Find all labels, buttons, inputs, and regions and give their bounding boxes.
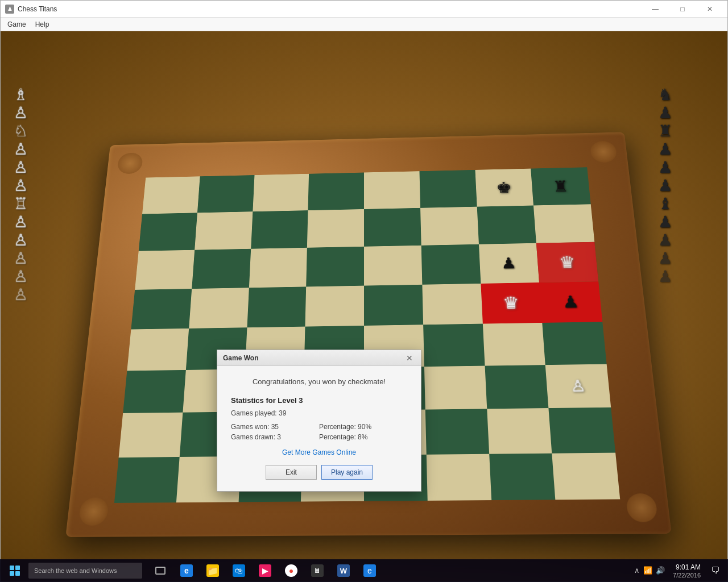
window-title: Chess Titans (18, 5, 642, 13)
cell-g5-highlight: ♛ (481, 282, 543, 324)
stat-row-drawn: Games drawn: 3 Percentage: 8% (231, 433, 407, 441)
dialog-close-button[interactable]: ✕ (404, 352, 415, 364)
cell-h7 (533, 204, 594, 243)
dialog-stats-title: Statistics for Level 3 (231, 396, 407, 405)
clock-time: 9:01 AM (673, 563, 701, 572)
captured-white-6: ♙ (14, 178, 28, 194)
cell-f8 (419, 170, 477, 208)
cell-c6 (249, 248, 307, 288)
win-logo-q3 (10, 571, 14, 576)
get-more-games-link[interactable]: Get More Games Online (282, 448, 356, 456)
taskbar-right: ∧ 📶 🔊 9:01 AM 7/22/2016 🗨 (634, 563, 725, 579)
piece-h5-pawn-black: ♟ (539, 281, 602, 323)
calc-app[interactable]: 🖩 (305, 560, 330, 581)
dialog-link-container: Get More Games Online (231, 447, 407, 457)
dialog-games-played: Games played: 39 (231, 409, 407, 417)
dialog-title-bar: Game Won ✕ (217, 350, 421, 366)
calc-icon: 🖩 (311, 564, 324, 577)
cell-f7 (420, 206, 479, 246)
cell-c5 (247, 286, 306, 327)
stat-drawn-percent: Percentage: 8% (319, 433, 407, 441)
stat-drawn-label: Games drawn: 3 (231, 433, 319, 441)
cell-a7 (139, 213, 197, 251)
piece-g5-queen-white: ♛ (481, 282, 543, 324)
captured-white-12: ♙ (14, 287, 28, 303)
cell-f5 (422, 284, 482, 325)
cell-g1 (489, 453, 556, 500)
cell-a2 (119, 413, 183, 458)
edge-icon: e (180, 564, 193, 577)
taskview-button[interactable] (148, 560, 173, 581)
corner-bl (78, 497, 109, 526)
ie-app[interactable]: e (357, 560, 382, 581)
cell-h6-highlight: ♛ (536, 242, 598, 282)
captured-white-5: ♙ (14, 160, 28, 176)
cell-h5-highlight: ♟ (539, 281, 602, 323)
cell-f1 (426, 454, 491, 501)
piece-g8-king-black: ♚ (475, 169, 533, 207)
ie-icon: e (363, 564, 376, 577)
maximize-button[interactable]: □ (669, 1, 696, 17)
word-icon: W (337, 564, 350, 577)
dialog-buttons: Exit Play again (231, 465, 407, 482)
cell-b6 (192, 249, 251, 289)
dialog-body: Congratulations, you won by checkmate! S… (217, 366, 421, 491)
explorer-app[interactable]: 📁 (200, 560, 225, 581)
minimize-button[interactable]: — (642, 1, 668, 17)
word-app[interactable]: W (331, 560, 356, 581)
store-icon: 🛍 (233, 564, 245, 577)
windows-logo (10, 566, 20, 576)
cell-d5 (305, 285, 364, 326)
close-button[interactable]: ✕ (697, 1, 723, 17)
media-icon: ▶ (259, 564, 271, 577)
window-controls: — □ ✕ (642, 1, 723, 17)
cell-h4 (543, 322, 607, 364)
cell-g3 (485, 365, 549, 409)
volume-icon[interactable]: 🔊 (656, 566, 665, 575)
cell-b8 (197, 175, 254, 213)
cell-e6 (364, 246, 422, 285)
cell-a5 (131, 289, 192, 330)
explorer-icon: 📁 (206, 564, 219, 577)
cell-e7 (364, 207, 421, 246)
search-bar[interactable]: Search the web and Windows (28, 563, 142, 579)
chevron-icon[interactable]: ∧ (634, 566, 640, 575)
cell-h8: ♜ (531, 167, 590, 205)
system-tray: ∧ 📶 🔊 (634, 566, 665, 575)
exit-button[interactable]: Exit (266, 465, 317, 480)
game-area: ♚ ♜ (1, 31, 727, 581)
chrome-app[interactable]: ● (279, 560, 304, 581)
app-icon: ♟ (5, 5, 14, 14)
system-clock[interactable]: 9:01 AM 7/22/2016 (669, 563, 704, 579)
cell-h2 (549, 408, 615, 453)
play-again-button[interactable]: Play again (321, 465, 373, 480)
piece-h6-queen-white: ♛ (536, 242, 598, 282)
captured-black-1: ♞ (658, 87, 672, 103)
media-app[interactable]: ▶ (253, 560, 278, 581)
network-icon[interactable]: 📶 (643, 566, 652, 575)
captured-white-10: ♙ (14, 251, 28, 267)
edge-app[interactable]: e (174, 560, 199, 581)
captured-black-6: ♟ (658, 178, 672, 194)
corner-tr (590, 141, 618, 163)
captured-white-3: ♘ (14, 123, 28, 139)
captured-black-3: ♜ (658, 123, 672, 139)
cell-g6: ♟ (478, 243, 539, 284)
notification-icon[interactable]: 🗨 (709, 566, 722, 576)
start-button[interactable] (3, 559, 26, 582)
taskbar: Search the web and Windows e 📁 🛍 ▶ ● 🖩 (0, 559, 728, 582)
title-bar: ♟ Chess Titans — □ ✕ (1, 1, 727, 18)
captured-black-5: ♟ (658, 160, 672, 176)
store-app[interactable]: 🛍 (226, 560, 251, 581)
win-logo-q1 (10, 566, 14, 570)
menu-game[interactable]: Game (3, 19, 31, 30)
taskview-icon (155, 567, 166, 575)
corner-tl (117, 152, 143, 174)
menu-help[interactable]: Help (31, 19, 54, 30)
captured-white-7: ♖ (14, 196, 28, 212)
cell-g2 (487, 408, 552, 454)
captured-pieces-left: ♗ ♙ ♘ ♙ ♙ ♙ ♖ ♙ ♙ ♙ ♙ ♙ (9, 82, 75, 530)
win-logo-q2 (15, 566, 20, 570)
captured-white-4: ♙ (14, 142, 28, 157)
cell-d8 (308, 173, 364, 210)
